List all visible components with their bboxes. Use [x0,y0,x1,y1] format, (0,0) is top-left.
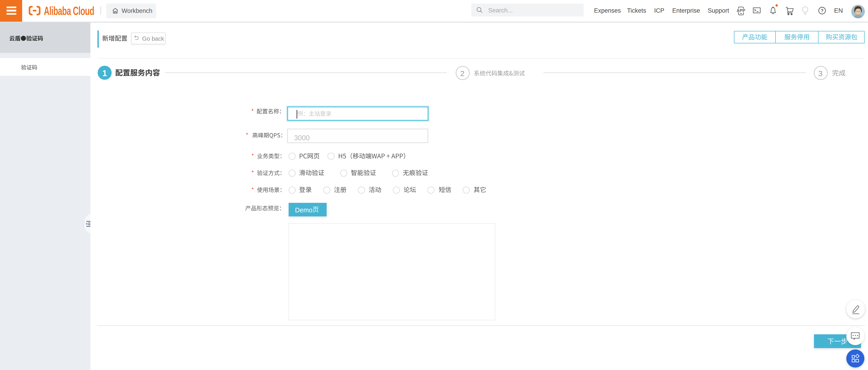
svg-text:?: ? [821,8,824,13]
svg-text:APP: APP [737,8,745,13]
